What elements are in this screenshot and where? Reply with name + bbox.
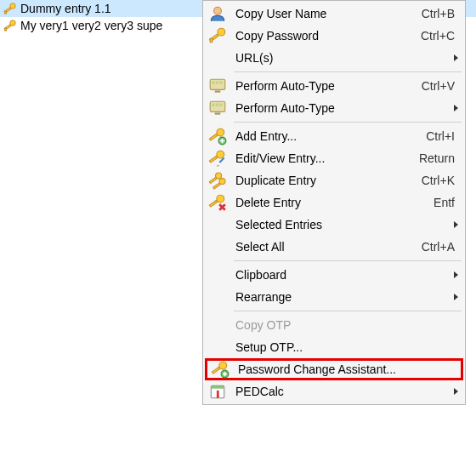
submenu-arrow-icon [454, 271, 458, 278]
blank-icon [208, 215, 227, 234]
menu-setup-otp[interactable]: Setup OTP... [205, 336, 463, 358]
blank-icon [208, 237, 227, 256]
svg-point-25 [217, 151, 224, 158]
menu-copy-user-name[interactable]: Copy User Name Ctrl+B [205, 3, 463, 25]
menu-perform-auto-type-sub[interactable]: Perform Auto-Type [205, 97, 463, 119]
submenu-arrow-icon [454, 388, 458, 395]
menu-separator [234, 260, 462, 261]
svg-rect-10 [210, 79, 225, 89]
svg-rect-30 [209, 178, 216, 184]
menu-label: PEDCalc [235, 385, 450, 398]
menu-label: Perform Auto-Type [235, 79, 415, 93]
key-edit-icon [208, 149, 227, 168]
menu-selected-entries[interactable]: Selected Entries [205, 214, 463, 236]
svg-point-6 [214, 7, 222, 14]
menu-label: Copy Password [235, 29, 414, 43]
blank-icon [208, 288, 227, 306]
menu-delete-entry[interactable]: Delete Entry Entf [205, 191, 463, 214]
svg-point-3 [10, 20, 15, 26]
menu-label: Copy User Name [235, 7, 415, 20]
svg-rect-13 [216, 82, 218, 84]
svg-rect-16 [215, 113, 221, 115]
user-icon [208, 4, 227, 23]
svg-point-29 [216, 173, 222, 179]
svg-rect-38 [212, 367, 219, 374]
key-add-icon [208, 127, 227, 146]
menu-label: Add Entry... [235, 129, 419, 143]
key-delete-icon [208, 193, 227, 212]
menu-shortcut: Ctrl+B [422, 7, 455, 20]
key-duplicate-icon [208, 171, 227, 190]
svg-rect-32 [213, 183, 220, 189]
entry-title: Dummy entry 1.1 [20, 2, 111, 15]
svg-rect-26 [209, 156, 217, 163]
submenu-arrow-icon [454, 54, 458, 61]
svg-rect-9 [210, 38, 212, 42]
svg-rect-15 [210, 101, 225, 111]
menu-label: Edit/View Entry... [235, 151, 412, 165]
menu-pedcalc[interactable]: PEDCalc [205, 380, 463, 402]
svg-rect-14 [219, 82, 222, 84]
menu-label: URL(s) [235, 51, 450, 65]
menu-separator [234, 71, 462, 72]
menu-rearrange[interactable]: Rearrange [205, 286, 463, 308]
menu-shortcut: Ctrl+K [422, 174, 455, 187]
submenu-arrow-icon [454, 221, 458, 228]
autotype-icon [208, 77, 227, 95]
key-icon [3, 19, 17, 32]
menu-duplicate-entry[interactable]: Duplicate Entry Ctrl+K [205, 169, 463, 191]
menu-clipboard[interactable]: Clipboard [205, 264, 463, 286]
svg-rect-21 [209, 134, 217, 140]
svg-point-31 [219, 179, 225, 185]
svg-point-0 [10, 3, 15, 9]
svg-point-7 [218, 28, 225, 36]
svg-rect-19 [219, 104, 222, 106]
svg-marker-28 [217, 165, 219, 167]
blank-icon [208, 49, 227, 67]
menu-perform-auto-type[interactable]: Perform Auto-Type Ctrl+V [205, 75, 463, 97]
svg-rect-34 [209, 200, 217, 207]
entry-title: My very1 very2 very3 supe [20, 19, 162, 32]
menu-shortcut: Ctrl+V [422, 79, 455, 93]
menu-separator [234, 122, 462, 123]
svg-point-20 [217, 128, 224, 136]
menu-label: Clipboard [235, 268, 450, 282]
menu-copy-password[interactable]: Copy Password Ctrl+C [205, 25, 463, 47]
menu-copy-otp: Copy OTP [205, 314, 463, 336]
blank-icon [208, 338, 227, 357]
menu-shortcut: Ctrl+C [421, 29, 455, 43]
svg-rect-5 [5, 28, 7, 31]
blank-icon [208, 316, 227, 334]
svg-rect-12 [212, 82, 214, 84]
context-menu: Copy User Name Ctrl+B Copy Password Ctrl… [202, 0, 466, 405]
menu-label: Copy OTP [235, 318, 460, 332]
menu-label: Password Change Assistant... [238, 362, 457, 376]
menu-shortcut: Entf [434, 196, 455, 209]
svg-rect-2 [5, 11, 7, 14]
menu-urls[interactable]: URL(s) [205, 47, 463, 69]
menu-add-entry[interactable]: Add Entry... Ctrl+I [205, 125, 463, 147]
menu-label: Selected Entries [235, 218, 450, 231]
svg-point-37 [219, 362, 227, 369]
menu-select-all[interactable]: Select All Ctrl+A [205, 236, 463, 258]
menu-separator [234, 311, 462, 311]
calendar-icon [208, 382, 227, 401]
blank-icon [208, 265, 227, 284]
svg-rect-42 [211, 385, 224, 388]
svg-point-33 [217, 195, 224, 203]
svg-point-44 [217, 396, 219, 398]
svg-rect-17 [212, 104, 214, 106]
menu-shortcut: Ctrl+A [422, 240, 455, 254]
menu-edit-view-entry[interactable]: Edit/View Entry... Return [205, 147, 463, 169]
menu-label: Perform Auto-Type [235, 101, 450, 115]
autotype-icon [208, 99, 227, 117]
submenu-arrow-icon [454, 294, 458, 300]
menu-shortcut: Return [419, 151, 455, 165]
svg-rect-11 [215, 91, 221, 93]
menu-label: Setup OTP... [235, 340, 460, 354]
svg-rect-18 [216, 104, 218, 106]
submenu-arrow-icon [454, 105, 458, 111]
menu-label: Select All [235, 240, 415, 254]
key-change-icon [211, 360, 230, 379]
menu-password-change-assistant[interactable]: Password Change Assistant... [205, 358, 463, 380]
